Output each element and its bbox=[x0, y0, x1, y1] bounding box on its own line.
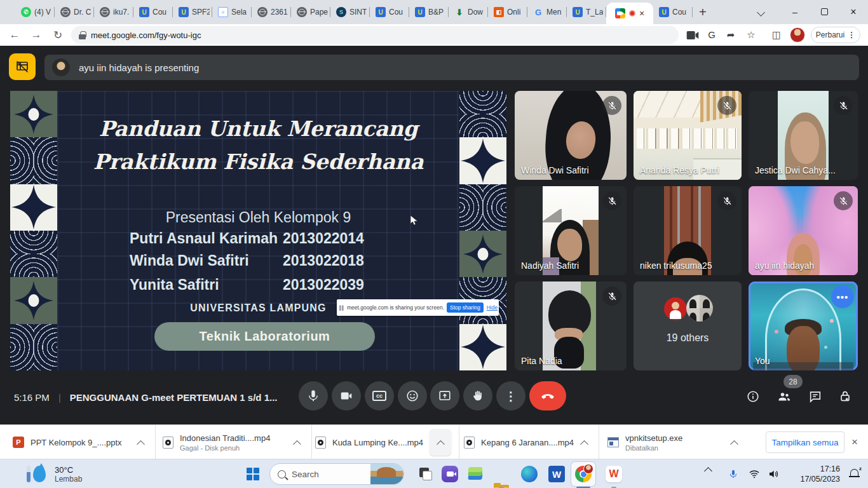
back-button[interactable]: ← bbox=[4, 29, 25, 41]
present-button[interactable] bbox=[430, 381, 459, 410]
download-item[interactable]: PPPT Kelompok 9_....pptx bbox=[13, 425, 147, 459]
tab-meet-active[interactable]: × bbox=[606, 3, 653, 24]
camera-in-use-icon[interactable] bbox=[686, 31, 699, 39]
download-item[interactable]: Kuda Lumping Ke....mp4 bbox=[315, 425, 451, 459]
tab[interactable]: UCou bbox=[653, 0, 693, 24]
hide-link[interactable]: Hide bbox=[487, 304, 498, 311]
maximize-button[interactable] bbox=[810, 7, 839, 17]
participant-tile[interactable]: niken trikusuma25 bbox=[634, 186, 742, 275]
search-icon bbox=[278, 470, 286, 478]
chat-button[interactable] bbox=[807, 388, 824, 405]
tab[interactable]: GMen bbox=[527, 0, 567, 24]
participant-tile[interactable]: ayu iin hidayah bbox=[749, 186, 858, 275]
tab[interactable]: iku7. bbox=[94, 0, 133, 24]
tab[interactable]: UCou bbox=[370, 0, 409, 24]
chrome-taskbar-active[interactable] bbox=[571, 462, 595, 486]
tab[interactable]: SSINT bbox=[330, 0, 370, 24]
profile-avatar[interactable] bbox=[790, 27, 805, 43]
mp4-file-icon bbox=[315, 437, 326, 449]
tray-expand-chevron[interactable] bbox=[704, 467, 712, 475]
participant-tile[interactable]: Pita Nadia bbox=[515, 281, 627, 370]
participant-tile[interactable]: Winda Dwi Safitri bbox=[515, 91, 627, 180]
globe-favicon bbox=[100, 7, 110, 17]
download-menu-chevron[interactable] bbox=[730, 440, 738, 448]
lock-icon[interactable] bbox=[79, 31, 86, 39]
mic-muted-icon bbox=[602, 287, 621, 306]
tray-wifi-icon[interactable] bbox=[749, 468, 760, 480]
address-bar[interactable]: meet.google.com/fgy-wotu-igc bbox=[71, 26, 679, 44]
tray-mic-icon[interactable] bbox=[728, 468, 738, 480]
tray-time: 17:16 bbox=[800, 464, 840, 474]
tab[interactable]: ✆(4) V bbox=[15, 0, 55, 24]
edge-icon[interactable] bbox=[521, 466, 538, 482]
tab-search-chevron[interactable] bbox=[746, 7, 775, 17]
participants-button[interactable] bbox=[776, 388, 792, 405]
word-icon[interactable]: W bbox=[548, 466, 565, 482]
minimize-button[interactable]: – bbox=[780, 7, 810, 17]
participant-tile[interactable]: Ananda Resya Putri bbox=[634, 91, 742, 180]
close-button[interactable]: × bbox=[839, 6, 868, 18]
tray-volume-icon[interactable] bbox=[768, 468, 779, 480]
task-view-button[interactable] bbox=[417, 466, 434, 482]
mic-muted-icon bbox=[602, 191, 621, 210]
slide-deco-tile bbox=[10, 231, 57, 277]
video-app-icon[interactable] bbox=[442, 466, 458, 482]
bookmark-star-icon[interactable]: ☆ bbox=[745, 29, 757, 41]
tab[interactable]: ≡Sela bbox=[212, 0, 252, 24]
mic-muted-icon bbox=[834, 96, 853, 115]
end-call-button[interactable] bbox=[529, 381, 566, 410]
tile-menu-button[interactable]: ••• bbox=[831, 285, 854, 308]
vclass-favicon: U bbox=[573, 7, 583, 17]
download-status: Gagal - Disk penuh bbox=[180, 444, 288, 452]
captions-button[interactable]: cc bbox=[365, 381, 394, 410]
more-options-button[interactable]: ⋮ bbox=[496, 381, 526, 410]
participant-tile[interactable]: Jestica Dwi Cahya... bbox=[749, 91, 858, 180]
download-item[interactable]: Indonesian Traditi....mp4Gagal - Disk pe… bbox=[163, 425, 304, 459]
tab[interactable]: Dr. C bbox=[55, 0, 94, 24]
weather-widget[interactable]: 30°C Lembab bbox=[27, 463, 82, 485]
update-button[interactable]: Perbarui⋮ bbox=[811, 27, 860, 43]
raise-hand-button[interactable] bbox=[463, 381, 492, 410]
others-tile[interactable]: 19 others bbox=[634, 281, 742, 370]
notification-bell-icon[interactable]: z bbox=[849, 468, 860, 479]
show-all-downloads-button[interactable]: Tampilkan semua bbox=[766, 431, 844, 453]
tab[interactable]: UT_La bbox=[567, 0, 606, 24]
wps-icon[interactable]: W bbox=[606, 466, 622, 482]
new-tab-button[interactable]: + bbox=[699, 5, 707, 20]
side-panel-icon[interactable]: ◫ bbox=[770, 29, 783, 41]
start-button[interactable] bbox=[247, 468, 259, 480]
bluestacks-icon[interactable] bbox=[467, 466, 484, 482]
tab[interactable]: ◧Onli bbox=[488, 0, 527, 24]
presentation-mode-icon[interactable] bbox=[9, 53, 36, 80]
stop-sharing-button[interactable]: Stop sharing bbox=[447, 302, 484, 313]
participant-grid: Winda Dwi Safitri Ananda Resya Putri Jes… bbox=[515, 91, 859, 370]
tab[interactable]: ⬇Dow bbox=[449, 0, 488, 24]
download-item[interactable]: Kepang 6 Jaranan....mp4 bbox=[464, 425, 591, 459]
download-menu-chevron[interactable] bbox=[430, 429, 451, 456]
share-icon[interactable]: ➦ bbox=[724, 29, 737, 41]
reload-button[interactable]: ↻ bbox=[47, 29, 69, 42]
translate-icon[interactable]: G bbox=[705, 29, 718, 40]
download-menu-chevron[interactable] bbox=[137, 440, 145, 448]
camera-button[interactable] bbox=[332, 381, 361, 410]
downloads-close-icon[interactable]: × bbox=[851, 436, 858, 449]
participant-name: Winda Dwi Safitri bbox=[521, 165, 589, 175]
participant-tile[interactable]: Nadiyah Safitri bbox=[515, 186, 627, 275]
tray-clock[interactable]: 17:16 17/05/2023 bbox=[800, 464, 840, 485]
tab[interactable]: UB&P bbox=[409, 0, 449, 24]
microphone-button[interactable] bbox=[299, 381, 328, 410]
download-menu-chevron[interactable] bbox=[580, 440, 588, 448]
taskbar-search[interactable]: Search bbox=[269, 463, 404, 485]
download-menu-chevron[interactable] bbox=[293, 440, 301, 448]
tab[interactable]: UCou bbox=[133, 0, 173, 24]
download-item[interactable]: vpnkitsetup.exeDibatalkan bbox=[607, 425, 741, 459]
forward-button[interactable]: → bbox=[25, 29, 47, 41]
reactions-button[interactable] bbox=[398, 381, 427, 410]
tab[interactable]: USPF2 bbox=[173, 0, 212, 24]
tab[interactable]: 2361 bbox=[252, 0, 291, 24]
tab-close-icon[interactable]: × bbox=[639, 9, 644, 18]
self-tile[interactable]: ••• You bbox=[749, 281, 858, 370]
tab[interactable]: Pape bbox=[291, 0, 330, 24]
host-controls-button[interactable] bbox=[837, 388, 853, 405]
info-button[interactable] bbox=[745, 388, 761, 405]
